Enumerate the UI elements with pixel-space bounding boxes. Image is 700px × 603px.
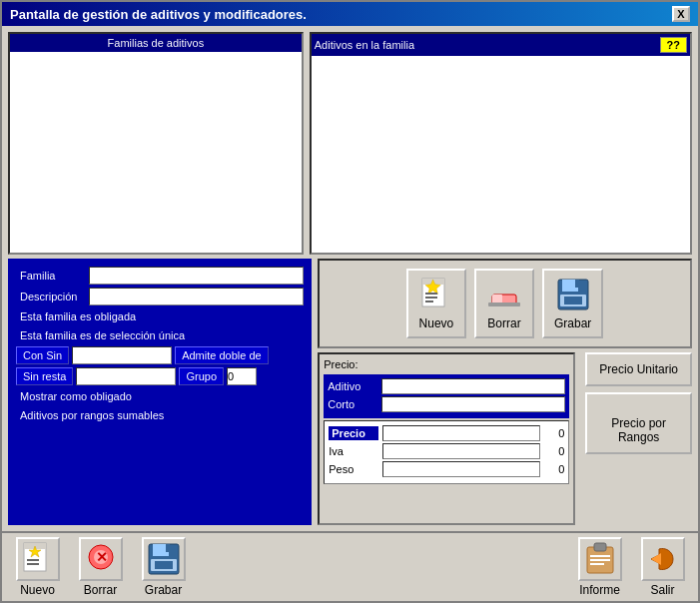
precio-val-row: Precio 0 bbox=[329, 425, 564, 441]
familia-row: Familia bbox=[16, 267, 304, 285]
corto-input[interactable] bbox=[381, 396, 565, 412]
obligada-row[interactable]: Esta familia es obligada bbox=[16, 308, 304, 324]
mostrar-label: Mostrar como obligado bbox=[16, 388, 304, 404]
peso-value: 0 bbox=[544, 463, 564, 475]
borrar-action-btn[interactable]: Borrar bbox=[474, 269, 534, 338]
precio-unitario-btn[interactable]: Precio Unitario bbox=[585, 352, 692, 386]
admite-doble-label[interactable]: Admite doble de bbox=[175, 346, 269, 364]
window-title: Pantalla de gestión de aditivos y modifi… bbox=[10, 7, 307, 22]
close-button[interactable]: X bbox=[672, 6, 690, 22]
right-section: Nuevo Borrar bbox=[318, 259, 692, 525]
svg-rect-26 bbox=[155, 561, 173, 569]
sin-resta-input[interactable] bbox=[76, 367, 176, 385]
toolbar-borrar-label: Borrar bbox=[84, 583, 117, 597]
seleccion-label: Esta familia es de selección única bbox=[16, 327, 304, 343]
iva-input[interactable] bbox=[382, 443, 540, 459]
precio-values: Precio 0 Iva 0 bbox=[324, 420, 569, 484]
seleccion-row[interactable]: Esta familia es de selección única bbox=[16, 327, 304, 343]
precio-inner-bg: Aditivo Corto bbox=[324, 374, 569, 418]
aditivos-list[interactable] bbox=[312, 56, 690, 253]
precio-section: Precio: Aditivo Corto bbox=[318, 352, 692, 525]
svg-rect-29 bbox=[590, 555, 610, 557]
toolbar-informe-btn[interactable]: Informe bbox=[572, 537, 627, 597]
svg-rect-31 bbox=[590, 563, 604, 565]
aditivo-label: Aditivo bbox=[328, 380, 377, 392]
svg-rect-4 bbox=[425, 297, 437, 299]
svg-rect-11 bbox=[575, 280, 579, 288]
bottom-row: Familia Descripción Esta familia es obli… bbox=[8, 259, 692, 525]
sin-resta-row: Sin resta Grupo bbox=[16, 367, 304, 385]
precio-unitario-label: Precio Unitario bbox=[599, 362, 678, 376]
descripcion-row: Descripción bbox=[16, 288, 304, 305]
descripcion-input[interactable] bbox=[89, 288, 304, 305]
aditivos-rangos-label: Aditivos por rangos sumables bbox=[16, 407, 304, 423]
nuevo-action-btn[interactable]: Nuevo bbox=[406, 269, 466, 338]
aditivos-header: Aditivos en la familia ?? bbox=[312, 34, 690, 56]
svg-text:✕: ✕ bbox=[96, 549, 108, 565]
grupo-input[interactable] bbox=[227, 367, 257, 385]
title-bar: Pantalla de gestión de aditivos y modifi… bbox=[2, 2, 698, 26]
svg-rect-30 bbox=[590, 559, 610, 561]
toolbar-grabar-icon-box bbox=[142, 537, 186, 581]
iva-row: Iva 0 bbox=[329, 443, 564, 459]
svg-rect-17 bbox=[27, 559, 39, 561]
aditivos-panel: Aditivos en la familia ?? bbox=[310, 32, 692, 255]
precio-panel: Precio: Aditivo Corto bbox=[318, 352, 575, 525]
main-window: Pantalla de gestión de aditivos y modifi… bbox=[0, 0, 700, 603]
toolbar-informe-icon bbox=[582, 541, 618, 577]
peso-row: Peso 0 bbox=[329, 461, 564, 477]
toolbar-nuevo-label: Nuevo bbox=[20, 583, 55, 597]
peso-input[interactable] bbox=[382, 461, 540, 477]
corto-label: Corto bbox=[328, 398, 377, 410]
peso-label: Peso bbox=[329, 463, 378, 475]
toolbar-borrar-icon-box: ✕ bbox=[79, 537, 123, 581]
toolbar-grabar-btn[interactable]: Grabar bbox=[136, 537, 191, 597]
toolbar-grabar-icon bbox=[146, 541, 182, 577]
toolbar-borrar-btn[interactable]: ✕ Borrar bbox=[73, 537, 128, 597]
svg-rect-13 bbox=[564, 297, 582, 304]
nuevo-icon bbox=[418, 277, 454, 312]
toolbar-informe-label: Informe bbox=[579, 583, 620, 597]
precio-title: Precio: bbox=[324, 358, 569, 370]
con-sin-row: Con Sin Admite doble de bbox=[16, 346, 304, 364]
toolbar-grabar-label: Grabar bbox=[145, 583, 182, 597]
familias-panel: Familias de aditivos bbox=[8, 32, 304, 255]
svg-rect-8 bbox=[488, 302, 520, 306]
svg-rect-5 bbox=[425, 301, 433, 302]
precio-rangos-btn[interactable]: Precio por Rangos bbox=[585, 392, 692, 454]
top-panels-row: Familias de aditivos Aditivos en la fami… bbox=[8, 32, 692, 255]
precio-input[interactable] bbox=[382, 425, 540, 441]
borrar-icon bbox=[486, 277, 522, 312]
iva-value: 0 bbox=[544, 445, 564, 457]
con-sin-input[interactable] bbox=[72, 346, 172, 364]
sin-resta-label[interactable]: Sin resta bbox=[16, 367, 73, 385]
toolbar-salir-icon-box bbox=[641, 537, 685, 581]
grabar-action-btn[interactable]: Grabar bbox=[542, 269, 603, 338]
aditivos-rangos-row[interactable]: Aditivos por rangos sumables bbox=[16, 407, 304, 423]
aditivo-row: Aditivo bbox=[328, 378, 565, 394]
con-sin-label[interactable]: Con Sin bbox=[16, 346, 69, 364]
grupo-label[interactable]: Grupo bbox=[179, 367, 224, 385]
toolbar-salir-label: Salir bbox=[650, 583, 674, 597]
aditivos-header-label: Aditivos en la familia bbox=[315, 39, 414, 51]
toolbar-salir-btn[interactable]: Salir bbox=[635, 537, 690, 597]
svg-rect-28 bbox=[594, 543, 606, 551]
svg-rect-3 bbox=[425, 293, 437, 295]
form-panel: Familia Descripción Esta familia es obli… bbox=[8, 259, 312, 525]
toolbar-nuevo-icon-box bbox=[16, 537, 60, 581]
iva-label: Iva bbox=[329, 445, 378, 457]
grabar-icon bbox=[555, 277, 591, 312]
obligada-label: Esta familia es obligada bbox=[16, 308, 304, 324]
bottom-toolbar: Nuevo ✕ Borrar bbox=[2, 531, 698, 601]
help-badge[interactable]: ?? bbox=[660, 37, 687, 53]
precio-value: 0 bbox=[544, 427, 564, 439]
borrar-action-label: Borrar bbox=[487, 316, 520, 330]
toolbar-nuevo-btn[interactable]: Nuevo bbox=[10, 537, 65, 597]
aditivo-input[interactable] bbox=[381, 378, 565, 394]
mostrar-row[interactable]: Mostrar como obligado bbox=[16, 388, 304, 404]
precio-label: Precio bbox=[329, 426, 378, 440]
svg-rect-24 bbox=[166, 544, 170, 552]
familia-input[interactable] bbox=[89, 267, 304, 285]
familias-list[interactable] bbox=[10, 52, 302, 253]
corto-row: Corto bbox=[328, 396, 565, 412]
